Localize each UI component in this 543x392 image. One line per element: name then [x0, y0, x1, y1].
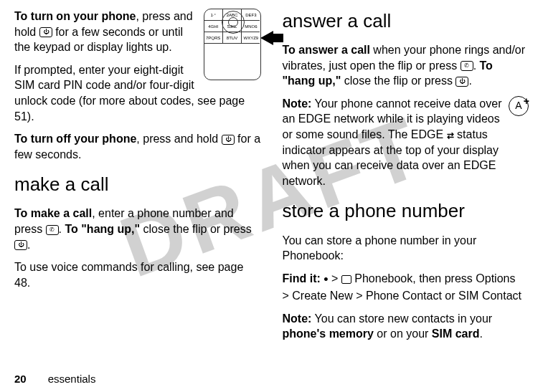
store-phone-heading: store a phone number	[283, 199, 529, 224]
text: or on your	[374, 328, 432, 340]
find-it-label: Find it:	[283, 272, 321, 285]
send-key-icon: ✆	[461, 61, 473, 71]
turn-on-label: To turn on your phone	[14, 10, 136, 22]
send-key-icon: ✆	[46, 225, 59, 235]
page-columns: 1·° 2ABC DEF3 4GHI 5JKL MNO6 7PQRS 8TUV …	[0, 0, 543, 349]
sim-card-label: SIM card	[432, 328, 480, 340]
keypad-key: 7PQRS	[204, 32, 223, 44]
note-label: Note:	[283, 97, 312, 110]
text: close the flip or press	[341, 75, 455, 87]
keypad-key: DEF3	[242, 9, 260, 21]
make-call-label: To make a call	[14, 207, 92, 219]
store-note-paragraph: Note: You can store new contacts in your…	[283, 311, 529, 342]
find-it-paragraph: Find it: • > Phonebook, then press Optio…	[283, 271, 529, 304]
edge-status-icon: ⇄	[447, 130, 454, 141]
menu-options: Options	[476, 272, 515, 285]
keypad-key: 4GHI	[204, 21, 223, 32]
text: >	[283, 290, 293, 302]
power-key-icon: ⏻	[222, 135, 235, 145]
phonebook-icon	[341, 275, 351, 284]
keypad-key: WXYZ9	[242, 32, 260, 44]
end-key-icon: ⏻	[14, 240, 27, 250]
accessibility-icon	[509, 96, 529, 116]
end-key-icon: ⏻	[455, 77, 468, 87]
menu-sim-contact: SIM Contact	[458, 290, 521, 302]
answer-call-paragraph: To answer a call when your phone rings a…	[283, 42, 529, 89]
text: .	[473, 59, 480, 72]
hang-up-label: To "hang up,"	[65, 223, 140, 235]
text: , press and hold	[136, 133, 221, 145]
page-footer: 20essentials	[14, 373, 95, 385]
text: You can store a phone number in your	[283, 234, 477, 247]
right-column: answer a call To answer a call when your…	[283, 9, 529, 349]
turn-off-paragraph: To turn off your phone, press and hold ⏻…	[14, 131, 261, 162]
text: :	[340, 249, 343, 262]
turn-on-paragraph: 1·° 2ABC DEF3 4GHI 5JKL MNO6 7PQRS 8TUV …	[14, 9, 261, 55]
text: or	[442, 290, 458, 302]
text: .	[468, 75, 471, 87]
note-label: Note:	[283, 312, 312, 325]
text: You can store new contacts in your	[311, 312, 492, 325]
menu-phone-contact: Phone Contact	[366, 290, 442, 302]
text: close the flip or press	[140, 223, 252, 235]
keypad-illustration: 1·° 2ABC DEF3 4GHI 5JKL MNO6 7PQRS 8TUV …	[204, 9, 261, 80]
page-number: 20	[14, 373, 27, 385]
text: >	[329, 272, 341, 285]
pointer-arrow-icon	[260, 31, 273, 45]
edge-note-paragraph: Note: Your phone cannot receive data ove…	[283, 96, 529, 189]
text: >	[353, 290, 366, 302]
keypad-key: 8TUV	[223, 32, 242, 44]
make-call-paragraph: To make a call, enter a phone number and…	[14, 206, 261, 252]
text: .	[27, 239, 30, 251]
menu-create-new: Create New	[292, 290, 352, 302]
answer-a-call-heading: answer a call	[283, 9, 529, 34]
keypad-key: MNO6	[242, 21, 260, 32]
store-intro-paragraph: You can store a phone number in your Pho…	[283, 233, 529, 264]
phone-memory-label: phone's memory	[283, 328, 374, 340]
answer-call-label: To answer a call	[283, 44, 370, 56]
section-name: essentials	[48, 373, 96, 385]
text: , then press	[412, 272, 476, 285]
turn-off-label: To turn off your phone	[14, 133, 136, 145]
left-column: 1·° 2ABC DEF3 4GHI 5JKL MNO6 7PQRS 8TUV …	[14, 9, 261, 349]
text: .	[480, 328, 483, 340]
phonebook-label: Phonebook	[283, 249, 341, 262]
make-a-call-heading: make a call	[14, 172, 261, 197]
menu-phonebook: Phonebook	[354, 272, 412, 285]
power-key-icon: ⏻	[39, 27, 52, 37]
keypad-key: 1·°	[204, 9, 223, 21]
voice-commands-paragraph: To use voice commands for calling, see p…	[14, 259, 261, 290]
